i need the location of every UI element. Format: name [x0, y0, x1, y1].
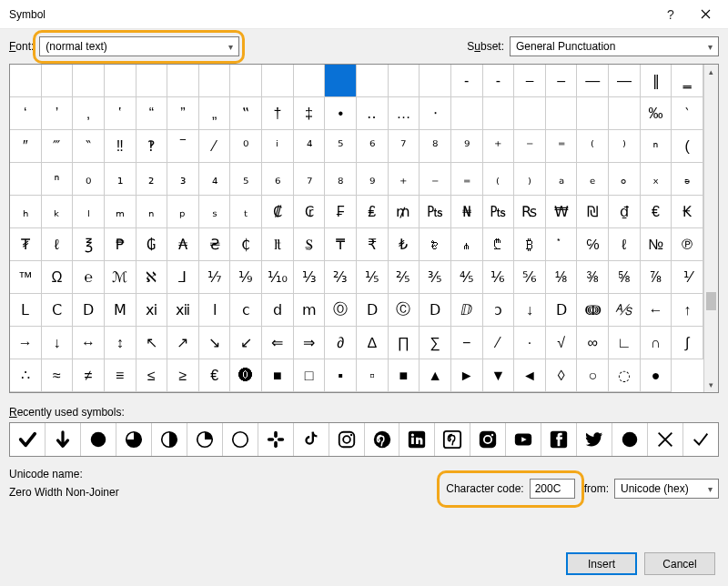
char-cell[interactable]: ₉ — [357, 163, 389, 196]
char-cell[interactable]: ₥ — [389, 196, 420, 228]
char-cell[interactable]: † — [262, 97, 294, 130]
char-cell[interactable]: ↗ — [167, 327, 199, 359]
char-cell[interactable]: ‑ — [483, 65, 515, 97]
char-cell[interactable]: ⃰ — [546, 228, 578, 261]
char-cell[interactable]: ‛ — [105, 97, 136, 130]
char-cell[interactable]: ↓ — [42, 327, 74, 359]
char-cell[interactable]: ₗ — [73, 196, 105, 228]
char-cell[interactable]: ⅝ — [609, 261, 641, 294]
recent-symbol-facebook[interactable] — [541, 423, 577, 456]
char-cell[interactable]: ₨ — [514, 196, 546, 228]
recent-symbol-circle-qtr[interactable] — [187, 423, 223, 456]
char-cell[interactable]: ― — [609, 65, 641, 97]
char-cell[interactable]: ‶ — [73, 130, 105, 163]
char-cell[interactable]: ≠ — [73, 359, 105, 392]
char-cell[interactable]: ‡ — [294, 97, 326, 130]
char-cell[interactable]: ” — [167, 97, 199, 130]
char-cell[interactable]: ℗ — [672, 228, 703, 261]
char-cell[interactable]: ‥ — [357, 97, 389, 130]
char-cell[interactable]: ↈ — [577, 294, 609, 327]
char-cell[interactable]: ₊ — [389, 163, 420, 196]
char-cell[interactable]: ↔ — [73, 327, 105, 359]
char-cell[interactable]: ₧ — [420, 196, 451, 228]
char-cell[interactable]: Ⅾ — [357, 294, 389, 327]
char-cell[interactable]: ⅽ — [230, 294, 262, 327]
font-combo[interactable]: (normal text) ▾ — [39, 36, 239, 56]
recent-symbol-circle-full2[interactable] — [612, 423, 648, 456]
char-cell[interactable] — [389, 65, 420, 97]
char-cell[interactable]: ℓ — [609, 228, 641, 261]
char-cell[interactable]: ⅘ — [451, 261, 483, 294]
char-cell[interactable]: ⅾ — [262, 294, 294, 327]
char-cell[interactable]: Ⅼ — [10, 294, 42, 327]
char-cell[interactable]: ₱ — [105, 228, 136, 261]
char-cell[interactable]: ₮ — [10, 228, 42, 261]
character-code-input[interactable] — [530, 479, 575, 499]
char-cell[interactable] — [73, 65, 105, 97]
char-cell[interactable]: ‒ — [514, 65, 546, 97]
char-cell[interactable] — [294, 65, 326, 97]
char-cell[interactable]: ⁻ — [514, 130, 546, 163]
char-cell[interactable]: ₢ — [294, 196, 326, 228]
char-cell[interactable]: ⁸ — [420, 130, 451, 163]
char-cell[interactable]: ₿ — [514, 228, 546, 261]
char-cell[interactable]: ⁵ — [325, 130, 357, 163]
char-cell[interactable]: ⅻ — [167, 294, 199, 327]
char-cell[interactable]: ₧ — [483, 196, 515, 228]
char-cell[interactable]: ⅜ — [577, 261, 609, 294]
char-cell[interactable]: ← — [641, 294, 672, 327]
char-cell[interactable]: ⅕ — [357, 261, 389, 294]
char-cell[interactable]: ₤ — [357, 196, 389, 228]
char-cell[interactable]: ₴ — [199, 228, 231, 261]
char-cell[interactable]: ■ — [262, 359, 294, 392]
char-cell[interactable] — [199, 65, 231, 97]
char-cell[interactable]: ⁿ — [42, 163, 74, 196]
char-cell[interactable]: ₂ — [136, 163, 168, 196]
char-cell[interactable]: ≡ — [105, 359, 136, 392]
char-cell[interactable]: ₸ — [325, 228, 357, 261]
char-cell[interactable]: Ⓞ — [325, 294, 357, 327]
help-button[interactable]: ? — [653, 2, 688, 27]
char-cell[interactable]: ↘ — [199, 327, 231, 359]
char-cell[interactable]: ⁱ — [262, 130, 294, 163]
char-cell[interactable]: ◄ — [514, 359, 546, 392]
recent-symbol-linkedin[interactable] — [399, 423, 435, 456]
char-cell[interactable]: – — [546, 65, 578, 97]
char-cell[interactable]: ∙ — [514, 327, 546, 359]
char-cell[interactable]: ₇ — [294, 163, 326, 196]
char-cell[interactable]: ₪ — [577, 196, 609, 228]
char-cell[interactable]: ↑ — [672, 294, 703, 327]
char-cell[interactable]: ⅓ — [294, 261, 326, 294]
char-cell[interactable]: ⅔ — [325, 261, 357, 294]
char-cell[interactable]: ⁾ — [609, 130, 641, 163]
char-cell[interactable]: ⅟ — [672, 261, 703, 294]
char-cell[interactable]: ₖ — [42, 196, 74, 228]
char-cell[interactable]: ▲ — [420, 359, 451, 392]
char-cell[interactable]: ⅼ — [199, 294, 231, 327]
recent-symbol-circle-half[interactable] — [152, 423, 187, 456]
recent-symbol-tiktok[interactable] — [294, 423, 329, 456]
char-cell[interactable]: ₻ — [420, 228, 451, 261]
char-cell[interactable]: ○ — [577, 359, 609, 392]
recent-symbol-ig2[interactable] — [470, 423, 506, 456]
char-cell[interactable] — [105, 65, 136, 97]
char-cell[interactable]: ⁯ — [10, 163, 42, 196]
char-cell[interactable]: ∟ — [609, 327, 641, 359]
char-cell[interactable]: ₙ — [136, 196, 168, 228]
grid-scrollbar[interactable]: ▴ ▾ — [703, 65, 718, 392]
insert-button[interactable]: Insert — [566, 552, 637, 575]
char-cell[interactable] — [10, 65, 42, 97]
char-cell[interactable]: ∩ — [641, 327, 672, 359]
char-cell[interactable]: ₶ — [262, 228, 294, 261]
char-cell[interactable] — [136, 65, 168, 97]
subset-combo[interactable]: General Punctuation ▾ — [510, 36, 719, 56]
char-cell[interactable]: ₍ — [483, 163, 515, 196]
char-cell[interactable]: ⅞ — [641, 261, 672, 294]
char-cell[interactable]: ▪ — [325, 359, 357, 392]
char-cell[interactable]: ’ — [42, 97, 74, 130]
char-cell[interactable]: ℓ — [42, 228, 74, 261]
char-cell[interactable]: ⅿ — [294, 294, 326, 327]
char-cell[interactable]: ⅍ — [609, 294, 641, 327]
char-cell[interactable]: ∏ — [389, 327, 420, 359]
char-cell[interactable]: ₣ — [325, 196, 357, 228]
